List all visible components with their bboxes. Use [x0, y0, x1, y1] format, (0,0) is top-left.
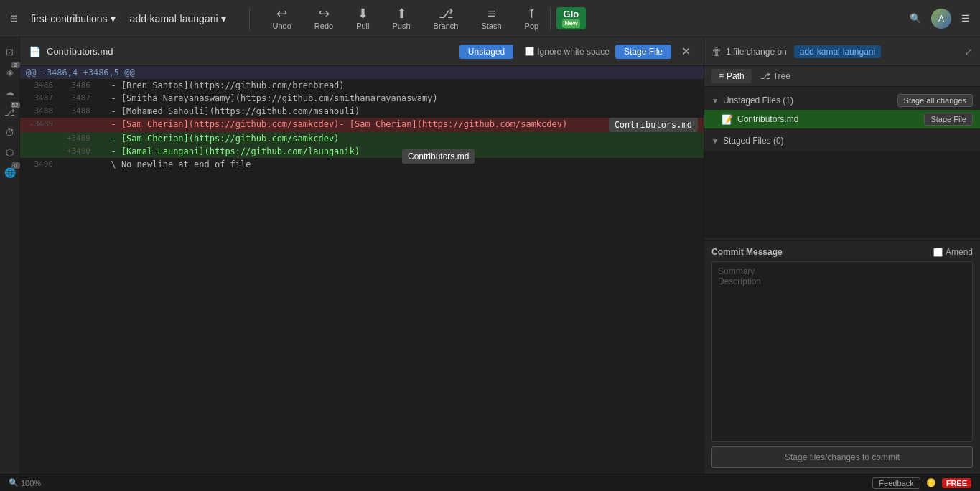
right-panel: 🗑 1 file change on add-kamal-laungani ⤢ … — [704, 37, 980, 474]
table-row: 3486 3486 - [Bren Santos](https://github… — [20, 79, 704, 92]
toolbar-divider-1 — [249, 7, 250, 30]
branch-label: add-kamal-laungani — [794, 45, 881, 58]
pull-action[interactable]: ⬇ Pull — [350, 4, 375, 33]
staged-chevron-icon: ▼ — [711, 137, 719, 145]
unstaged-section-title: Unstaged Files (1) — [723, 95, 893, 106]
diff-hunk-header: @@ -3486,4 +3486,5 @@ — [20, 66, 704, 79]
status-bar-right: Feedback 🪙 FREE — [872, 477, 971, 489]
tab-icon: ⊡ — [6, 47, 14, 57]
amend-label: Amend — [933, 247, 973, 257]
file-icon: 📄 — [29, 46, 41, 57]
glo-label: Glo — [564, 9, 579, 19]
repo-name-label: first-contributions — [31, 13, 108, 24]
avatar[interactable]: A — [931, 9, 951, 29]
status-bar: 🔍 100% Feedback 🪙 FREE — [0, 474, 980, 491]
coin-icon: 🪙 — [926, 478, 936, 487]
tab-tree[interactable]: ⎇ Tree — [753, 69, 798, 83]
branch-dropdown-icon: ▾ — [221, 13, 226, 24]
table-row: +3490 - [Kamal Laungani](https://github.… — [20, 145, 704, 158]
pop-label: Pop — [525, 22, 539, 30]
list-item[interactable]: 📝 Contributors.md Stage File — [704, 110, 980, 128]
changes-badge: 2 — [11, 62, 20, 68]
sidebar-toggle-button[interactable]: ⊞ — [6, 10, 22, 27]
pop-icon: ⤒ — [526, 7, 537, 20]
path-tab-label: Path — [727, 71, 745, 81]
free-badge: FREE — [942, 478, 971, 488]
staged-files-empty-area — [704, 151, 980, 238]
staged-section-title: Staged Files (0) — [723, 136, 973, 146]
undo-action[interactable]: ↩ Undo — [267, 4, 297, 33]
amend-checkbox[interactable] — [933, 248, 943, 257]
branch-name-label: add-kamal-laungani — [130, 13, 218, 24]
sidebar-item-cloud[interactable]: ☁ — [1, 83, 19, 100]
commit-summary-input[interactable] — [711, 261, 973, 442]
file-item-icon: 📝 — [722, 114, 733, 125]
unstaged-tab-button[interactable]: Unstaged — [459, 45, 513, 59]
zoom-icon: 🔍 — [9, 478, 19, 487]
file-item-name: Contributors.md — [737, 114, 920, 124]
ignore-whitespace-label: Ignore white space — [525, 47, 610, 57]
discard-all-icon[interactable]: 🗑 — [711, 46, 722, 57]
pull-label: Pull — [356, 22, 369, 30]
search-button[interactable]: 🔍 — [905, 10, 925, 27]
close-diff-button[interactable]: ✕ — [677, 43, 695, 60]
undo-label: Undo — [273, 22, 291, 30]
tree-tab-label: Tree — [773, 71, 790, 81]
table-row: 3490 \ No newline at end of file — [20, 158, 704, 171]
repo-selector-button[interactable]: first-contributions ▾ — [25, 10, 121, 27]
push-action[interactable]: ⬆ Push — [387, 4, 416, 33]
sidebar-item-remote[interactable]: 🌐 0 — [1, 164, 19, 181]
table-row: +3489 - [Sam Cherian](https://github.com… — [20, 132, 704, 145]
merge-icon: ⬡ — [6, 147, 14, 158]
branch-action[interactable]: ⎇ Branch — [428, 4, 465, 33]
unstaged-chevron-icon: ▼ — [711, 97, 719, 105]
right-panel-top-bar: 🗑 1 file change on add-kamal-laungani ⤢ — [704, 37, 980, 66]
expand-icon[interactable]: ⤢ — [964, 46, 973, 57]
remote-badge: 0 — [11, 162, 20, 169]
push-label: Push — [393, 22, 411, 30]
diff-panel: 📄 Contributors.md Unstaged Ignore white … — [20, 37, 704, 474]
pull-icon: ⬇ — [358, 7, 368, 20]
staged-section-header[interactable]: ▼ Staged Files (0) — [704, 133, 980, 149]
glo-button[interactable]: Glo New — [556, 7, 586, 29]
ignore-whitespace-checkbox[interactable] — [525, 47, 534, 56]
amend-label-text: Amend — [946, 247, 973, 257]
toolbar-actions: ↩ Undo ↪ Redo ⬇ Pull ⬆ Push ⎇ Branch ≡ S… — [267, 4, 545, 33]
diff-content[interactable]: @@ -3486,4 +3486,5 @@ 3486 3486 - [Bren … — [20, 66, 704, 474]
table-row: 3488 3488 - [Mohamed Sahouli](https://gi… — [20, 105, 704, 118]
left-sidebar: ⊡ ◈ 2 ☁ ⎇ 52 ⏱ ⬡ 🌐 0 — [0, 37, 20, 474]
list-icon: ≡ — [719, 71, 724, 81]
zoom-value: 100% — [21, 479, 41, 487]
branch-badge: 52 — [11, 102, 20, 108]
stage-all-button[interactable]: Stage all changes — [897, 94, 973, 107]
redo-action[interactable]: ↪ Redo — [309, 4, 339, 33]
redo-label: Redo — [314, 22, 333, 30]
tab-path[interactable]: ≡ Path — [711, 69, 752, 83]
pop-action[interactable]: ⤒ Pop — [519, 4, 545, 33]
sidebar-item-tab[interactable]: ⊡ — [1, 43, 19, 60]
toolbar: ⊞ first-contributions ▾ add-kamal-launga… — [0, 0, 980, 37]
branch-icon: ⎇ — [439, 7, 454, 20]
branch-selector-button[interactable]: add-kamal-laungani ▾ — [124, 10, 232, 27]
zoom-level: 🔍 100% — [9, 478, 41, 487]
stash-label: Stash — [481, 22, 501, 30]
commit-section-header: Commit Message Amend — [711, 247, 973, 257]
stage-file-button[interactable]: Stage File — [615, 45, 671, 59]
stash-action[interactable]: ≡ Stash — [475, 4, 507, 33]
feedback-button[interactable]: Feedback — [872, 477, 920, 489]
grid-icon: ⊞ — [10, 13, 18, 24]
cloud-icon: ☁ — [5, 87, 14, 98]
sidebar-item-history[interactable]: ⏱ — [1, 123, 19, 141]
sidebar-item-changes[interactable]: ◈ 2 — [1, 63, 19, 80]
stage-files-commit-button[interactable]: Stage files/changes to commit — [711, 446, 973, 468]
hamburger-menu-button[interactable]: ☰ — [957, 10, 974, 27]
table-row: 3487 3487 - [Smitha Narayanaswamy](https… — [20, 92, 704, 105]
unstaged-section-header[interactable]: ▼ Unstaged Files (1) Stage all changes — [704, 91, 980, 110]
history-icon: ⏱ — [5, 127, 14, 138]
table-row: -3489 - [Sam Cherian](https://github.com… — [20, 118, 704, 132]
sidebar-item-merge[interactable]: ⬡ — [1, 144, 19, 161]
main-layout: ⊡ ◈ 2 ☁ ⎇ 52 ⏱ ⬡ 🌐 0 📄 Contributors.md U… — [0, 37, 980, 474]
push-icon: ⬆ — [396, 7, 407, 20]
sidebar-item-branch[interactable]: ⎇ 52 — [1, 103, 19, 121]
stage-file-btn[interactable]: Stage File — [924, 113, 973, 126]
